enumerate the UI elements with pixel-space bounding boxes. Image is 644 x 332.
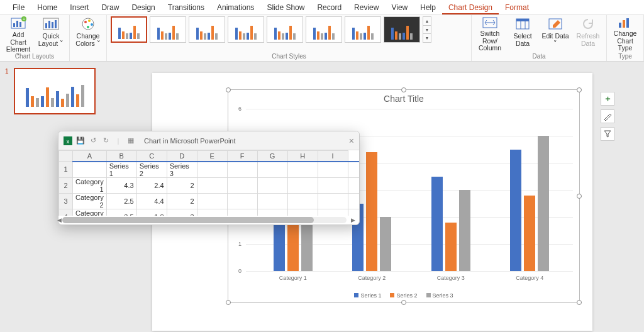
quick-layout-button[interactable]: Quick Layout ˅ <box>36 16 65 52</box>
tab-home[interactable]: Home <box>31 1 64 14</box>
tab-animations[interactable]: Animations <box>211 1 260 14</box>
cell[interactable] <box>197 193 227 209</box>
chart-style-5[interactable] <box>267 16 303 43</box>
tab-transitions[interactable]: Transitions <box>162 1 211 14</box>
undo-icon[interactable]: ↺ <box>89 136 97 145</box>
bar[interactable] <box>380 217 391 271</box>
tab-insert[interactable]: Insert <box>64 1 95 14</box>
chart-data-sheet-window[interactable]: x 💾 ↺ ↻ | ▦ Chart in Microsoft PowerPoin… <box>58 131 360 225</box>
change-chart-type-button[interactable]: Change Chart Type <box>611 16 640 52</box>
legend-item[interactable]: Series 1 <box>354 292 381 299</box>
more-qat-icon[interactable]: ▦ <box>126 136 135 145</box>
cell[interactable]: Category 3 <box>73 209 107 216</box>
chart-styles-button[interactable] <box>601 109 614 123</box>
chart-filter-button[interactable] <box>601 127 614 141</box>
chart-style-7[interactable] <box>345 16 381 43</box>
save-icon[interactable]: 💾 <box>76 136 85 145</box>
chevron-up-icon[interactable]: ▴ <box>423 17 431 26</box>
cell[interactable]: 2 <box>167 193 197 209</box>
cell[interactable] <box>318 193 348 209</box>
scroll-right-icon[interactable]: ▶ <box>351 217 355 223</box>
switch-row-column-button[interactable]: Switch Row/ Column <box>475 16 504 52</box>
cell[interactable] <box>227 193 257 209</box>
cell[interactable] <box>197 209 227 216</box>
resize-handle[interactable] <box>226 300 231 305</box>
cell[interactable]: 4.4 <box>136 193 167 209</box>
bar[interactable] <box>459 190 470 271</box>
tab-help[interactable]: Help <box>414 1 442 14</box>
cell[interactable] <box>257 162 287 178</box>
cell[interactable] <box>197 177 227 193</box>
chart-style-8[interactable] <box>384 16 420 43</box>
cell[interactable] <box>73 162 107 178</box>
cell[interactable] <box>348 177 359 193</box>
resize-handle[interactable] <box>577 87 582 92</box>
cell[interactable]: Series 2 <box>136 162 167 178</box>
bar[interactable] <box>510 150 521 272</box>
bar[interactable] <box>538 136 549 271</box>
redo-icon[interactable]: ↻ <box>101 136 110 145</box>
chart-add-element-button[interactable]: ＋ <box>601 92 614 106</box>
chart-style-1[interactable] <box>111 16 147 43</box>
cell[interactable]: 3 <box>167 209 197 216</box>
close-icon[interactable]: × <box>349 136 354 146</box>
resize-handle[interactable] <box>401 300 406 305</box>
chevron-down-icon[interactable]: ▾ <box>423 26 431 35</box>
cell[interactable]: Category 1 <box>73 177 107 193</box>
cell[interactable]: 2.4 <box>136 177 167 193</box>
cell[interactable] <box>287 193 318 209</box>
legend-item[interactable]: Series 2 <box>390 292 417 299</box>
cell[interactable] <box>348 209 359 216</box>
data-grid[interactable]: ABCDEFGHI1Series 1Series 2Series 32Categ… <box>58 150 359 216</box>
cell[interactable] <box>287 209 318 216</box>
cell[interactable]: Category 2 <box>73 193 107 209</box>
resize-handle[interactable] <box>577 300 582 305</box>
more-icon[interactable]: ▾ <box>423 34 431 42</box>
resize-handle[interactable] <box>401 87 406 92</box>
cell[interactable]: Series 3 <box>167 162 197 178</box>
chart-style-2[interactable] <box>150 16 186 43</box>
cell[interactable]: 4.3 <box>106 177 136 193</box>
horizontal-scrollbar[interactable] <box>62 217 347 223</box>
add-chart-element-button[interactable]: + Add Chart Element ˅ <box>4 16 33 52</box>
cell[interactable] <box>257 193 287 209</box>
bar[interactable] <box>445 223 457 271</box>
resize-handle[interactable] <box>577 194 582 199</box>
edit-data-button[interactable]: Edit Data ˅ <box>541 16 570 52</box>
cell[interactable] <box>348 193 359 209</box>
bar[interactable] <box>524 196 535 271</box>
cell[interactable] <box>287 162 318 178</box>
sheet-titlebar[interactable]: x 💾 ↺ ↻ | ▦ Chart in Microsoft PowerPoin… <box>58 131 359 150</box>
bar[interactable] <box>431 177 443 272</box>
cell[interactable] <box>318 209 348 216</box>
cell[interactable] <box>257 177 287 193</box>
cell[interactable]: 3.5 <box>106 209 136 216</box>
cell[interactable] <box>227 209 257 216</box>
tab-chart-design[interactable]: Chart Design <box>442 1 499 14</box>
chart-style-3[interactable] <box>189 16 225 43</box>
cell[interactable] <box>348 162 359 178</box>
chart-style-4[interactable] <box>228 16 264 43</box>
bar[interactable] <box>366 152 377 271</box>
legend-item[interactable]: Series 3 <box>426 292 453 299</box>
tab-file[interactable]: File <box>6 1 31 14</box>
slide-thumbnail-1[interactable] <box>14 68 96 114</box>
tab-design[interactable]: Design <box>125 1 161 14</box>
cell[interactable] <box>227 162 257 178</box>
tab-review[interactable]: Review <box>348 1 385 14</box>
tab-view[interactable]: View <box>385 1 414 14</box>
cell[interactable] <box>227 177 257 193</box>
cell[interactable] <box>318 162 348 178</box>
tab-record[interactable]: Record <box>311 1 348 14</box>
style-gallery-scroll[interactable]: ▴▾▾ <box>423 16 431 43</box>
resize-handle[interactable] <box>226 87 231 92</box>
cell[interactable] <box>318 177 348 193</box>
tab-format[interactable]: Format <box>499 1 535 14</box>
cell[interactable] <box>287 177 318 193</box>
cell[interactable] <box>197 162 227 178</box>
cell[interactable]: 2.5 <box>106 193 136 209</box>
scroll-left-icon[interactable]: ◀ <box>57 217 62 223</box>
tab-draw[interactable]: Draw <box>95 1 125 14</box>
chart-legend[interactable]: Series 1 Series 2 Series 3 <box>228 292 579 299</box>
scrollbar-thumb[interactable] <box>62 217 314 223</box>
